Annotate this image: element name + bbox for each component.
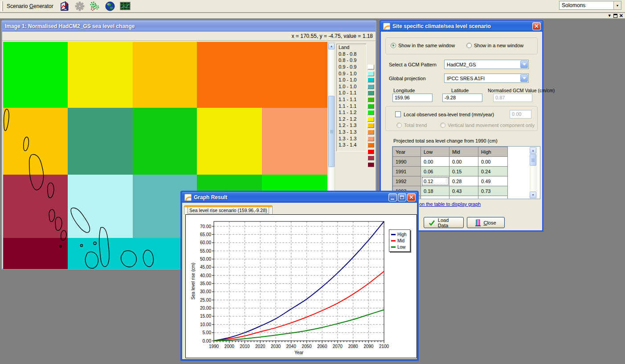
table-cell[interactable]: 0.12 [421, 176, 449, 186]
legend-item-label: 1.2 - 1.2 [337, 116, 366, 122]
mdi-restore-icon[interactable] [613, 14, 617, 18]
table-cell[interactable]: 0.49 [478, 176, 508, 186]
scenario-tab[interactable]: Sea level rise scenario (159.96,-9.28) [184, 205, 273, 214]
menu-scenario-generator[interactable]: Scenario Generator [5, 2, 57, 10]
table-cell[interactable]: 0.15 [449, 167, 478, 176]
table-cell[interactable]: 0.28 [449, 176, 478, 186]
load-data-button[interactable]: Load Data [424, 217, 464, 228]
chart-icon[interactable] [59, 0, 70, 12]
gcm-pattern-select[interactable]: HadCM2_GS [444, 60, 529, 69]
maximize-button[interactable] [398, 193, 406, 201]
table-cell[interactable]: 0.43 [449, 186, 478, 196]
table-cell[interactable]: 0.06 [421, 167, 449, 176]
table-cell[interactable]: 0.58 [449, 196, 478, 200]
minimize-button[interactable] [388, 193, 397, 201]
table-cell[interactable]: 1990 [393, 157, 421, 167]
toolbar-gripper[interactable] [1, 1, 3, 11]
exit-door-icon [475, 219, 481, 226]
trend-checkbox[interactable] [395, 111, 401, 117]
map-cell[interactable] [3, 238, 68, 269]
table-cell[interactable]: 0.00 [449, 157, 478, 167]
svg-text:60.00: 60.00 [200, 240, 211, 245]
radio-total-trend[interactable]: Total trend [396, 123, 427, 128]
svg-text:70.00: 70.00 [200, 224, 211, 229]
map-cell[interactable] [68, 42, 133, 108]
legend-item-label: 0.8 - 0.8 [337, 51, 366, 57]
column-header[interactable]: Low [421, 147, 449, 157]
svg-text:50.00: 50.00 [200, 257, 211, 262]
map-cell[interactable] [3, 175, 68, 238]
table-cell[interactable]: 0.97 [478, 196, 508, 200]
close-button[interactable]: ✕ [407, 193, 416, 201]
chevron-down-icon[interactable] [520, 74, 528, 82]
legend-color-chip [368, 90, 374, 95]
radio-same-window[interactable]: Show in the same window [391, 43, 455, 48]
column-header[interactable]: Year [393, 147, 421, 157]
graph-window-titlebar[interactable]: Graph Result ✕ [182, 192, 417, 203]
map-window-title: Image 1: Normalised HadCM2_GS sea level … [5, 23, 374, 29]
table-row: 19910.060.150.24 [393, 167, 508, 176]
scroll-down-icon[interactable]: ▼ [530, 192, 536, 198]
region-dropdown-button[interactable]: ▼ [613, 1, 621, 9]
table-cell[interactable]: 0.00 [478, 157, 508, 167]
table-cell[interactable]: 0.18 [421, 186, 449, 196]
table-cell[interactable]: 0.00 [421, 157, 449, 167]
close-button[interactable]: Close [467, 217, 505, 228]
legend-item-label: 1.3 - 1.3 [337, 136, 366, 141]
svg-text:55.00: 55.00 [200, 249, 211, 254]
projection-select[interactable]: IPCC SRES A1FI [444, 74, 529, 83]
map-cell[interactable] [68, 238, 133, 269]
svg-text:2020: 2020 [255, 344, 266, 349]
scrollbar-thumb[interactable] [530, 154, 536, 166]
mdi-chevron-down-icon[interactable]: ▼ [608, 13, 612, 18]
map-cell[interactable] [262, 42, 327, 108]
map-cell[interactable] [3, 42, 68, 108]
legend-item: 1.1 - 1.1 [337, 96, 366, 103]
table-scrollbar[interactable]: ▲ ▼ [530, 147, 537, 199]
legend-item: 0.8 - 0.9 [337, 57, 366, 64]
legend-line-swatch [391, 246, 396, 248]
map-cell[interactable] [197, 108, 262, 175]
map-cell[interactable] [197, 42, 262, 108]
chart-legend-entry: Low [391, 244, 408, 250]
display-graph-link[interactable]: on the table to display graph [419, 201, 481, 207]
map-cell[interactable] [68, 175, 133, 238]
radio-vertical-land[interactable]: Vertical land movement component only [440, 123, 535, 128]
column-header[interactable]: High [478, 147, 508, 157]
mdi-close-icon[interactable]: ✕ [619, 13, 623, 18]
globe-icon[interactable] [104, 0, 116, 12]
app-root: { "toolbar": { "menu_label": "Scenario G… [0, 0, 625, 364]
scrollbar-thumb[interactable] [328, 96, 335, 167]
trend-value-field: 0.00 [510, 110, 531, 119]
region-selector[interactable]: Solomons ▼ [559, 1, 621, 10]
map-cell[interactable] [3, 108, 68, 175]
column-header[interactable]: Mid [449, 147, 478, 157]
scroll-up-icon[interactable]: ▲ [530, 147, 536, 154]
map-cell[interactable] [68, 108, 133, 175]
map-cell[interactable] [262, 108, 327, 175]
gears-icon[interactable] [89, 0, 101, 12]
dialog-close-button[interactable]: ✕ [532, 22, 541, 30]
dialog-titlebar[interactable]: Site specific climate/sea level scenario… [380, 21, 543, 32]
table-cell[interactable]: 1991 [393, 167, 421, 176]
map-window-titlebar[interactable]: Image 1: Normalised HadCM2_GS sea level … [2, 21, 376, 32]
map-cell[interactable] [133, 108, 197, 175]
chevron-down-icon[interactable] [520, 61, 528, 68]
longitude-field[interactable]: 159.96 [392, 94, 433, 102]
table-cell[interactable]: 0.73 [478, 186, 508, 196]
map-legend-list: Land0.8 - 0.80.8 - 0.90.9 - 0.90.9 - 1.0… [336, 44, 367, 151]
gear-icon[interactable] [74, 0, 86, 12]
table-cell[interactable]: 1992 [393, 176, 421, 186]
latitude-label: Latitude [451, 88, 469, 93]
map-cell[interactable] [133, 42, 197, 108]
table-cell[interactable]: 0.24 [478, 167, 508, 176]
grid-image-icon[interactable] [119, 0, 131, 12]
legend-color-chip [368, 65, 374, 70]
table-cell[interactable]: 0.24 [421, 196, 449, 200]
legend-item: 1.3 - 1.3 [337, 135, 366, 142]
radio-new-window[interactable]: Show in a new window [466, 43, 523, 48]
scroll-up-icon[interactable]: ▲ [328, 43, 335, 49]
latitude-field[interactable]: -9.28 [442, 94, 482, 102]
legend-color-chip [368, 123, 374, 128]
svg-text:2070: 2070 [333, 344, 343, 349]
